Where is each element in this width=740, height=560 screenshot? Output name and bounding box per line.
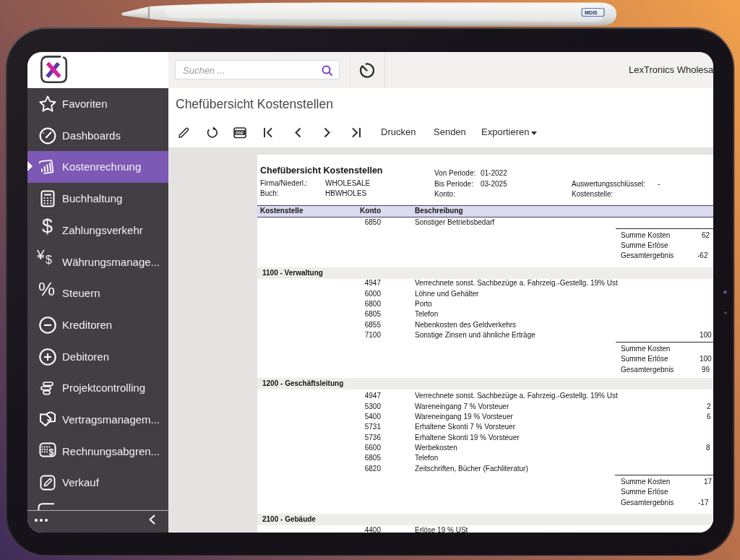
svg-text:PDF: PDF: [236, 131, 244, 135]
svg-text:MDIS: MDIS: [585, 10, 598, 15]
svg-text:$: $: [49, 447, 54, 457]
